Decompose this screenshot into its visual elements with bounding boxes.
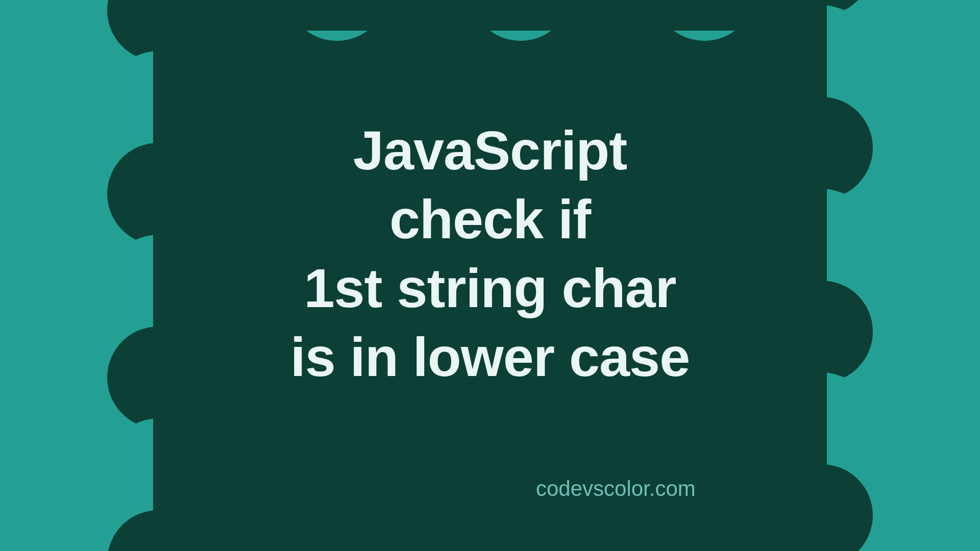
title-line: is in lower case: [24, 322, 955, 391]
title-line: check if: [24, 185, 955, 254]
main-title-block: JavaScript check if 1st string char is i…: [24, 116, 955, 391]
title-line: JavaScript: [24, 116, 955, 185]
title-line: 1st string char: [24, 254, 955, 322]
blob-edge-fill: [179, 0, 801, 31]
watermark-text: codevscolor.com: [536, 477, 696, 501]
